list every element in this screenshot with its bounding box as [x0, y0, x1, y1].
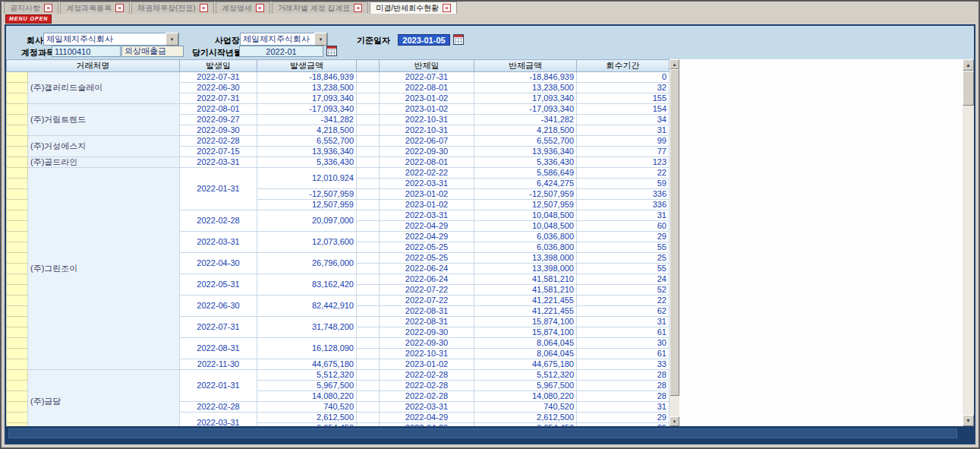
repay-amount-cell[interactable]: -341,282	[474, 115, 577, 125]
period-cell[interactable]: 29	[577, 413, 670, 423]
grid-vertical-scrollbar[interactable]: ▲ ▼	[670, 59, 679, 426]
tab-2[interactable]: 계정과목등록×	[60, 2, 130, 14]
occur-date-cell[interactable]: 2022-07-15	[180, 147, 257, 157]
chevron-down-icon[interactable]: ▼	[165, 33, 178, 46]
repay-amount-cell[interactable]: 13,238,500	[474, 83, 577, 93]
repay-date-cell[interactable]: 2022-02-28	[380, 381, 474, 391]
occur-date-cell[interactable]: 2022-01-31	[180, 370, 257, 402]
period-cell[interactable]: 31	[577, 125, 670, 136]
repay-date-cell[interactable]: 2022-08-01	[380, 83, 474, 93]
repay-amount-cell[interactable]: 4,218,500	[474, 125, 577, 136]
row-selector[interactable]	[7, 83, 28, 93]
row-selector[interactable]	[7, 189, 28, 200]
repay-date-cell[interactable]: 2023-01-02	[380, 189, 474, 200]
period-cell[interactable]: 24	[577, 274, 670, 285]
horizontal-scrollbar[interactable]	[8, 428, 957, 438]
calendar-icon[interactable]	[326, 46, 337, 56]
repay-amount-cell[interactable]: 5,586,649	[474, 168, 577, 179]
occur-date-cell[interactable]: 2022-06-30	[180, 296, 257, 317]
period-cell[interactable]: 22	[577, 168, 670, 179]
repay-date-cell[interactable]: 2022-10-31	[380, 125, 474, 136]
period-cell[interactable]: 59	[577, 179, 670, 189]
row-selector[interactable]	[7, 168, 28, 179]
occur-date-cell[interactable]: 2022-08-01	[180, 104, 257, 115]
occur-date-cell[interactable]: 2022-06-30	[180, 83, 257, 93]
period-cell[interactable]: 77	[577, 147, 670, 157]
occur-amount-cell[interactable]: 5,336,430	[257, 157, 357, 168]
period-cell[interactable]: 154	[577, 104, 670, 115]
window-vertical-scrollbar[interactable]: ▲ ▼	[963, 59, 974, 426]
tab-1[interactable]: 공지사항×	[4, 2, 58, 14]
column-header-customer[interactable]: 거래처명	[7, 60, 180, 72]
row-selector[interactable]	[7, 306, 28, 317]
repay-amount-cell[interactable]: 740,520	[474, 402, 577, 413]
row-selector[interactable]	[7, 285, 28, 296]
occur-date-cell[interactable]: 2022-02-28	[180, 210, 257, 232]
repay-date-cell[interactable]: 2022-08-01	[380, 157, 474, 168]
row-selector[interactable]	[7, 370, 28, 381]
repay-amount-cell[interactable]: 12,507,959	[474, 200, 577, 210]
period-cell[interactable]: 61	[577, 349, 670, 359]
column-header-repay-date[interactable]: 반제일	[380, 60, 474, 72]
repay-date-cell[interactable]: 2022-06-07	[380, 136, 474, 147]
repay-date-cell[interactable]: 2022-10-31	[380, 115, 474, 125]
tab-close-icon[interactable]: ×	[256, 4, 264, 12]
repay-date-cell[interactable]: 2022-05-25	[380, 242, 474, 253]
occur-date-cell[interactable]: 2022-02-28	[180, 402, 257, 413]
row-selector[interactable]	[7, 136, 28, 147]
occur-amount-cell[interactable]: 44,675,180	[257, 359, 357, 370]
repay-date-cell[interactable]: 2022-08-31	[380, 317, 474, 327]
row-selector[interactable]	[7, 402, 28, 413]
repay-amount-cell[interactable]: 6,552,700	[474, 136, 577, 147]
occur-amount-cell[interactable]: 5,967,500	[257, 381, 357, 391]
occur-amount-cell[interactable]: 4,218,500	[257, 125, 357, 136]
repay-amount-cell[interactable]: 17,093,340	[474, 93, 577, 104]
row-selector[interactable]	[7, 274, 28, 285]
row-selector[interactable]	[7, 413, 28, 423]
account-code-input[interactable]: 11100410	[52, 46, 121, 57]
scroll-up-icon[interactable]: ▲	[963, 59, 974, 71]
customer-cell[interactable]: (주)골드라인	[28, 157, 180, 168]
repay-date-cell[interactable]: 2022-02-22	[380, 168, 474, 179]
occur-date-cell[interactable]: 2022-07-31	[180, 72, 257, 83]
repay-date-cell[interactable]: 2022-03-31	[380, 179, 474, 189]
period-cell[interactable]: 28	[577, 381, 670, 391]
period-cell[interactable]: 61	[577, 327, 670, 338]
repay-amount-cell[interactable]: 2,612,500	[474, 413, 577, 423]
repay-date-cell[interactable]: 2022-03-31	[380, 210, 474, 221]
period-cell[interactable]: 0	[577, 72, 670, 83]
occur-date-cell[interactable]: 2022-09-30	[180, 125, 257, 136]
occur-date-cell[interactable]: 2022-08-31	[180, 338, 257, 359]
scroll-down-icon[interactable]: ▼	[963, 415, 974, 426]
repay-amount-cell[interactable]: 13,398,000	[474, 264, 577, 274]
occur-amount-cell[interactable]: 83,162,420	[257, 274, 357, 296]
occur-date-cell[interactable]: 2022-04-30	[180, 253, 257, 274]
period-cell[interactable]: 31	[577, 317, 670, 327]
tab-close-icon[interactable]: ×	[354, 4, 362, 12]
period-cell[interactable]: 31	[577, 402, 670, 413]
occur-date-cell[interactable]: 2022-09-27	[180, 115, 257, 125]
occur-amount-cell[interactable]: 12,010,924	[257, 168, 357, 189]
chevron-down-icon[interactable]: ▼	[314, 33, 327, 46]
row-selector[interactable]	[7, 157, 28, 168]
repay-date-cell[interactable]: 2022-05-25	[380, 253, 474, 264]
repay-date-cell[interactable]: 2022-07-22	[380, 285, 474, 296]
occur-amount-cell[interactable]: 5,512,320	[257, 370, 357, 381]
column-header-repay-amount[interactable]: 반제금액	[474, 60, 577, 72]
period-cell[interactable]: 33	[577, 359, 670, 370]
occur-date-cell[interactable]: 2022-01-31	[180, 168, 257, 210]
period-cell[interactable]: 29	[577, 232, 670, 242]
period-cell[interactable]: 155	[577, 93, 670, 104]
repay-amount-cell[interactable]: 5,512,320	[474, 370, 577, 381]
period-cell[interactable]: 25	[577, 253, 670, 264]
tab-close-icon[interactable]: ×	[200, 4, 208, 12]
menu-open-button[interactable]: MENU OPEN	[5, 14, 52, 24]
period-cell[interactable]: 28	[577, 391, 670, 402]
period-cell[interactable]: 22	[577, 296, 670, 306]
occur-amount-cell[interactable]: 82,442,910	[257, 296, 357, 317]
occur-amount-cell[interactable]: 13,936,340	[257, 147, 357, 157]
row-selector[interactable]	[7, 391, 28, 402]
period-cell[interactable]: 30	[577, 338, 670, 349]
repay-date-cell[interactable]: 2022-07-22	[380, 296, 474, 306]
repay-date-cell[interactable]: 2022-06-24	[380, 264, 474, 274]
